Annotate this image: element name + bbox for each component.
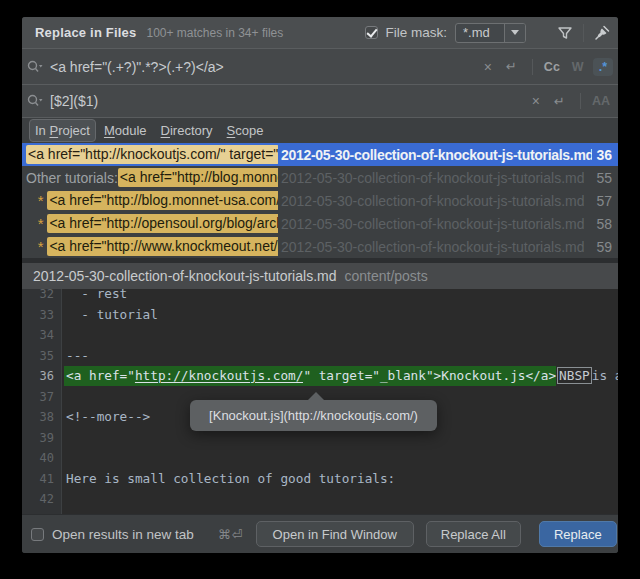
line-number: 39 (22, 428, 54, 449)
file-mask-checkbox[interactable] (365, 26, 378, 39)
scope-tab-in-project[interactable]: In Project (29, 119, 96, 142)
clear-replace-icon[interactable]: × (532, 94, 540, 108)
dialog-title: Replace in Files (35, 25, 136, 40)
search-input[interactable]: <a href="(.+?)".*?>(.+?)</a> (50, 59, 477, 75)
open-in-find-window-button[interactable]: Open in Find Window (256, 521, 414, 547)
dialog-titlebar: Replace in Files 100+ matches in 34+ fil… (22, 17, 618, 48)
line-number: 36 (22, 366, 54, 387)
search-toggles: CcW.* (538, 58, 616, 76)
preview-file-header: 2012-05-30-collection-of-knockout-js-tut… (22, 263, 618, 289)
result-row[interactable]: * <a href="http://opensoul.org/blog/arch… (22, 212, 618, 235)
tab-mnemonic: P (49, 123, 58, 138)
search-field-row: <a href="(.+?)".*?>(.+?)</a> × ↵ CcW.* (22, 48, 618, 84)
code-segment: <a href=" (64, 366, 135, 386)
code-preview-editor[interactable]: 3233343536373839404142 - rest - tutorial… (22, 289, 618, 514)
result-row[interactable]: Other tutorials:<a href="http://blog.mon… (22, 166, 618, 189)
open-results-new-tab-checkbox[interactable] (31, 528, 44, 541)
code-segment: " target="_blank">Knockout.js</a> (303, 366, 556, 386)
chevron-down-icon (511, 30, 519, 35)
preserve-case-toggle[interactable]: AA (589, 92, 613, 110)
file-mask-value: *.md (456, 24, 504, 42)
replace-field-row: [$2]($1) × ↵ AA (22, 84, 618, 117)
result-line-number: 59 (592, 239, 618, 255)
clear-search-icon[interactable]: × (484, 60, 492, 74)
code-segment: <!--more--> (66, 409, 150, 424)
replace-input[interactable]: [$2]($1) (50, 93, 525, 109)
result-row[interactable]: * <a href="http://blog.monnet-usa.com/?p… (22, 189, 618, 212)
filter-icon[interactable] (557, 25, 573, 41)
scope-tab-module[interactable]: Module (98, 119, 153, 142)
code-segment: is a (592, 368, 618, 383)
replace-button[interactable]: Replace (539, 521, 617, 547)
words-toggle[interactable]: W (569, 58, 587, 76)
result-file-info: 2012-05-30-collection-of-knockout-js-tut… (278, 189, 618, 212)
match-segment (26, 216, 38, 232)
match-summary: 100+ matches in 34+ files (146, 26, 283, 40)
result-file-name: 2012-05-30-collection-of-knockout-js-tut… (281, 193, 584, 209)
tab-label-post: odule (115, 123, 147, 138)
line-number: 41 (22, 469, 54, 490)
line-numbers: 3233343536373839404142 (22, 289, 54, 510)
result-file-name: 2012-05-30-collection-of-knockout-js-tut… (281, 170, 584, 186)
preview-file-name: 2012-05-30-collection-of-knockout-js-tut… (33, 268, 336, 284)
code-line (66, 489, 618, 510)
file-mask-dropdown-button[interactable] (504, 24, 525, 42)
tab-label-post: irectory (170, 123, 213, 138)
insert-newline-icon[interactable]: ↵ (506, 59, 517, 74)
code-line: --- (66, 346, 618, 367)
editor-gutter: 3233343536373839404142 (22, 289, 62, 514)
pin-icon[interactable] (594, 24, 611, 41)
match-segment (26, 239, 38, 255)
replacement-preview-text: [Knockout.js](http://knockoutjs.com/) (209, 408, 418, 423)
results-list: <a href="http://knockoutjs.com/" target=… (22, 143, 618, 258)
code-line: <a href="http://knockoutjs.com/" target=… (66, 366, 618, 387)
result-file-info: 2012-05-30-collection-of-knockout-js-tut… (278, 212, 618, 235)
result-file-name: 2012-05-30-collection-of-knockout-js-tut… (281, 239, 584, 255)
replace-icon[interactable] (27, 94, 43, 108)
replace-newline-icon[interactable]: ↵ (554, 94, 565, 109)
replace-icons-divider (580, 93, 581, 109)
match-segment (26, 193, 38, 209)
search-icons-divider (532, 59, 533, 75)
result-line-number: 36 (592, 147, 618, 163)
line-number: 33 (22, 305, 54, 326)
result-row[interactable]: * <a href="http://www.knockmeout.net/202… (22, 235, 618, 258)
code-segment: --- (66, 348, 89, 363)
tab-mnemonic: S (227, 123, 236, 138)
result-file-name: 2012-05-30-collection-of-knockout-js-tut… (281, 216, 584, 232)
result-line-number: 57 (592, 193, 618, 209)
replace-all-button[interactable]: Replace All (426, 521, 521, 547)
regex-toggle[interactable]: .* (593, 58, 613, 76)
footer-buttons: Open in Find WindowReplace AllReplace (244, 521, 617, 547)
result-match-text: <a href="http://knockoutjs.com/" target=… (22, 143, 278, 166)
scope-tabs: In ProjectModuleDirectoryScope (22, 117, 618, 143)
scope-tab-scope[interactable]: Scope (221, 119, 270, 142)
code-line: Here is small collection of good tutoria… (66, 469, 618, 490)
match-segment: <a href="http://blog.monnet-usa.com/?p (47, 191, 278, 210)
line-number: 37 (22, 387, 54, 408)
code-segment: NBSP (557, 367, 592, 384)
line-number: 34 (22, 325, 54, 346)
match-case-toggle[interactable]: Cc (541, 58, 563, 76)
tab-mnemonic: M (104, 123, 115, 138)
result-file-info: 2012-05-30-collection-of-knockout-js-tut… (278, 235, 618, 258)
search-icon[interactable] (27, 60, 43, 74)
result-line-number: 55 (592, 170, 618, 186)
result-file-info: 2012-05-30-collection-of-knockout-js-tut… (278, 166, 618, 189)
match-segment: <a href="http://opensoul.org/blog/archiv (47, 214, 278, 233)
scope-tab-directory[interactable]: Directory (155, 119, 219, 142)
result-match-text: * <a href="http://www.knockmeout.net/20 (22, 235, 278, 258)
code-line: - tutorial (66, 305, 618, 326)
tab-label-post: cope (235, 123, 263, 138)
file-mask-combobox[interactable]: *.md (455, 23, 526, 43)
result-row[interactable]: <a href="http://knockoutjs.com/" target=… (22, 143, 618, 166)
line-number: 42 (22, 489, 54, 510)
result-line-number: 58 (592, 216, 618, 232)
match-segment: <a href="http://blog.monne (118, 168, 278, 187)
shortcut-hint: ⌘⏎ (218, 527, 244, 542)
replace-toggles: AA (586, 92, 616, 110)
result-match-text: * <a href="http://blog.monnet-usa.com/?p (22, 189, 278, 212)
result-match-text: * <a href="http://opensoul.org/blog/arch… (22, 212, 278, 235)
replace-in-files-dialog: Replace in Files 100+ matches in 34+ fil… (22, 17, 618, 553)
match-segment: <a href="http://knockoutjs.com/" target=… (26, 145, 278, 164)
